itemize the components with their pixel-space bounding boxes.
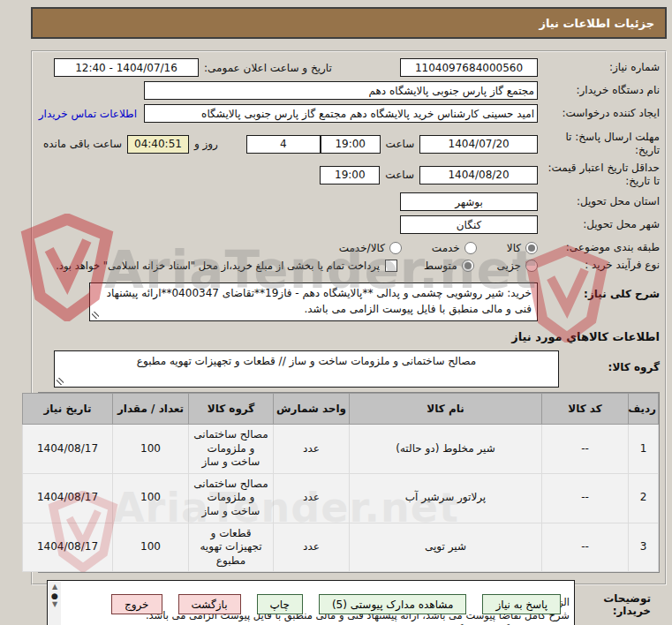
radio-goods-label: کالا <box>507 242 521 254</box>
page-title-text: جزئیات اطلاعات نیاز <box>539 17 654 30</box>
delivery-city-field[interactable]: کنگان <box>400 215 538 234</box>
price-validity-time-field[interactable]: 19:00 <box>320 166 380 184</box>
general-desc-text: خرید: شیر روشویی چشمی و پدالی **پالایشگا… <box>107 287 532 315</box>
page-title: جزئیات اطلاعات نیاز <box>31 7 667 39</box>
action-button[interactable]: بازگشت <box>178 594 241 614</box>
request-creator-row: ایجاد کننده درخواست: امید حسینی کارشناس … <box>38 104 660 123</box>
radio-partial-label: جزیی <box>497 260 521 272</box>
remaining-hours-label: ساعت باقی مانده <box>43 138 122 150</box>
buyer-org-field[interactable]: مجتمع گاز پارس جنوبی پالایشگاه دهم <box>144 81 538 100</box>
remaining-days-label: روز و <box>194 138 218 150</box>
announce-datetime-label: تاریخ و ساعت اعلان عمومی: <box>204 62 332 74</box>
action-button[interactable]: خروج <box>111 594 162 614</box>
buyer-org-label: نام دستگاه خریدار: <box>538 84 660 97</box>
request-creator-field[interactable]: امید حسینی کارشناس خرید پالایشگاه دهم مج… <box>144 104 538 123</box>
price-validity-hour-label: ساعت <box>385 169 414 181</box>
announce-datetime-field[interactable]: 1404/07/16 - 12:40 <box>54 58 199 77</box>
radio-service-label: خدمت <box>432 242 460 254</box>
radio-goods-service-label: کالا/خدمت <box>339 242 385 254</box>
subject-class-label: طبقه بندی موضوعی: <box>538 241 660 254</box>
countdown-timer: 04:40:51 <box>127 135 189 154</box>
reply-deadline-row: مهلت ارسال پاسخ: تا تاریخ: 1404/07/20 سا… <box>38 131 660 157</box>
table-cell: مصالح ساختمانی و ملزومات ساخت و ساز <box>189 425 274 474</box>
reply-deadline-time-field[interactable]: 19:00 <box>321 135 381 154</box>
goods-table-header: ردیفکد کالانام کالاواحد شمارشگروه کالاتع… <box>23 394 659 425</box>
buyer-org-row: نام دستگاه خریدار: مجتمع گاز پارس جنوبی … <box>38 81 660 100</box>
table-header-cell: نام کالا <box>350 394 542 425</box>
price-validity-label: حداقل تاریخ اعتبار قیمت: تا تاریخ: <box>538 162 660 188</box>
radio-medium-label: متوسط <box>424 260 457 272</box>
table-header-cell: ردیف <box>629 394 659 425</box>
table-cell: -- <box>542 523 629 572</box>
table-cell: 100 <box>113 425 189 474</box>
radio-service[interactable] <box>464 242 477 254</box>
treasury-checkbox[interactable] <box>385 260 397 272</box>
table-row: 2--پرلاتور سرشیر آبعددمصالح ساختمانی و م… <box>23 473 659 523</box>
table-header-cell: تعداد / مقدار <box>113 394 189 425</box>
radio-goods[interactable] <box>525 242 538 254</box>
general-desc-label: شرح کلی نیاز: <box>538 282 660 301</box>
table-cell: 100 <box>113 473 189 523</box>
price-validity-date-field[interactable]: 1404/08/20 <box>419 166 538 184</box>
table-cell: -- <box>542 473 629 523</box>
need-number-row: شماره نیاز: 1104097684000560 تاریخ و ساع… <box>38 58 660 77</box>
remaining-days-field: 4 <box>246 135 321 154</box>
need-number-label: شماره نیاز: <box>538 61 660 74</box>
action-button[interactable]: چاپ <box>257 594 303 614</box>
subject-class-row: طبقه بندی موضوعی: کالا خدمت کالا/خدمت <box>38 241 660 254</box>
radio-goods-service[interactable] <box>389 242 402 254</box>
resize-handle-icon[interactable] <box>57 378 64 385</box>
table-cell: پرلاتور سرشیر آب <box>350 473 542 523</box>
request-creator-label: ایجاد کننده درخواست: <box>538 107 660 120</box>
table-cell: 1404/08/17 <box>23 523 113 572</box>
table-header-cell: گروه کالا <box>189 394 274 425</box>
table-row: 1--شیر مخلوط (دو حالته)عددمصالح ساختمانی… <box>23 425 659 474</box>
table-cell: -- <box>542 425 629 474</box>
goods-table: ردیفکد کالانام کالاواحد شمارشگروه کالاتع… <box>38 392 660 573</box>
buyer-contact-link[interactable]: اطلاعات تماس خریدار <box>39 108 137 120</box>
table-cell: 1404/08/17 <box>23 425 113 474</box>
general-desc-row: شرح کلی نیاز: خرید: شیر روشویی چشمی و پد… <box>38 282 660 321</box>
reply-deadline-hour-label: ساعت <box>386 138 415 150</box>
table-cell: عدد <box>274 425 350 474</box>
radio-partial[interactable] <box>525 260 538 272</box>
delivery-province-row: استان محل تحویل: بوشهر <box>38 192 660 211</box>
table-header-cell: تاریخ نیاز <box>23 394 113 425</box>
table-cell: شیر توپی <box>350 523 542 572</box>
table-row: 3--شیر توپیعددقطعات و تجهیزات تهویه مطبو… <box>23 523 659 572</box>
table-cell: قطعات و تجهیزات تهویه مطبوع <box>189 523 274 572</box>
table-cell: 2 <box>629 473 659 523</box>
action-button[interactable]: مشاهده مدارک پیوستی (5) <box>319 594 467 614</box>
reply-deadline-label: مهلت ارسال پاسخ: تا تاریخ: <box>538 131 660 157</box>
goods-group-textarea[interactable]: مصالح ساختمانی و ملزومات ساخت و ساز // ق… <box>54 350 559 388</box>
goods-table-body: 1--شیر مخلوط (دو حالته)عددمصالح ساختمانی… <box>23 425 659 572</box>
process-type-label: نوع فرآیند خرید : <box>538 259 660 272</box>
need-number-field[interactable]: 1104097684000560 <box>400 58 538 77</box>
table-header-cell: واحد شمارش <box>274 394 350 425</box>
table-cell: 1404/08/17 <box>23 473 113 523</box>
delivery-city-label: شهر محل تحویل: <box>538 218 660 231</box>
resize-handle-icon[interactable] <box>92 312 99 319</box>
delivery-city-row: شهر محل تحویل: کنگان <box>38 215 660 234</box>
reply-deadline-date-field[interactable]: 1404/07/20 <box>419 135 538 154</box>
goods-group-row: گروه کالا: مصالح ساختمانی و ملزومات ساخت… <box>38 350 660 388</box>
price-validity-row: حداقل تاریخ اعتبار قیمت: تا تاریخ: 1404/… <box>38 162 660 188</box>
table-cell: شیر مخلوط (دو حالته) <box>350 425 542 474</box>
treasury-checkbox-label: پرداخت تمام یا بخشی از مبلغ خرید،از محل … <box>56 260 380 272</box>
goods-section-title: اطلاعات کالاهاي مورد نياز <box>38 330 660 343</box>
need-details-panel: شماره نیاز: 1104097684000560 تاریخ و ساع… <box>31 50 667 585</box>
radio-medium[interactable] <box>462 260 474 272</box>
table-header-cell: کد کالا <box>542 394 629 425</box>
action-buttons-bar: پاسخ به نیازمشاهده مدارک پیوستی (5)چاپبا… <box>0 594 672 614</box>
goods-group-label: گروه کالا: <box>573 350 660 374</box>
process-type-row: نوع فرآیند خرید : جزیی متوسط پرداخت تمام… <box>38 259 660 272</box>
general-desc-textarea[interactable]: خرید: شیر روشویی چشمی و پدالی **پالایشگا… <box>89 282 538 321</box>
goods-group-text: مصالح ساختمانی و ملزومات ساخت و ساز // ق… <box>137 355 476 367</box>
table-cell: عدد <box>274 523 350 572</box>
delivery-province-field[interactable]: بوشهر <box>400 192 538 211</box>
table-cell: مصالح ساختمانی و ملزومات ساخت و ساز <box>189 473 274 523</box>
delivery-province-label: استان محل تحویل: <box>538 195 660 208</box>
table-cell: 3 <box>629 523 659 572</box>
table-cell: عدد <box>274 473 350 523</box>
action-button[interactable]: پاسخ به نیاز <box>482 594 561 614</box>
